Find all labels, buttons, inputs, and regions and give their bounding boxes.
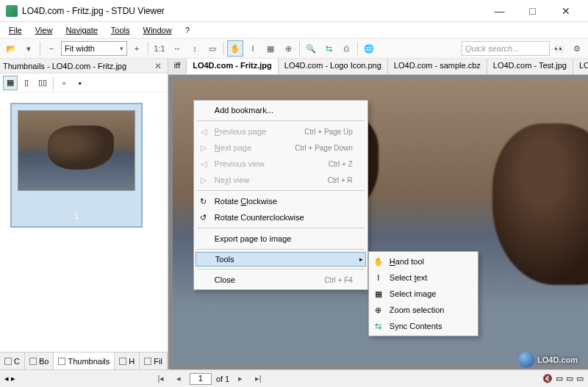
watermark: LO4D.com bbox=[518, 352, 578, 368]
settings-icon[interactable]: ⚙ bbox=[569, 40, 585, 57]
thumb-larger-icon[interactable]: ▪ bbox=[73, 76, 87, 90]
doc-tab-overflow-left[interactable]: iff bbox=[168, 59, 187, 74]
zoom-combo[interactable]: Fit width bbox=[61, 41, 127, 56]
page-navigator: |◂ ◂ 1 of 1 ▸ ▸| bbox=[154, 373, 265, 385]
sub-hand-tool[interactable]: ✋Hand tool bbox=[370, 253, 476, 270]
status-scroll-left-icon[interactable]: ◂ bbox=[4, 374, 9, 383]
doc-tab-0[interactable]: LO4D.com - Fritz.jpg bbox=[187, 59, 279, 74]
image-viewport[interactable]: Add bookmark...◁Previous pageCtrl + Page… bbox=[168, 75, 588, 369]
ctx-rotate-counterclockwise[interactable]: ↺Rotate Counterclockwise bbox=[196, 209, 366, 225]
ctx-add-bookmark-[interactable]: Add bookmark... bbox=[196, 102, 366, 118]
status-view1-icon[interactable]: ▭ bbox=[556, 374, 563, 383]
ctx-close[interactable]: CloseCtrl + F4 bbox=[196, 272, 366, 288]
app-icon bbox=[6, 5, 18, 17]
tab-files[interactable]: Fil bbox=[140, 352, 168, 369]
side-panel-close-icon[interactable]: ✕ bbox=[151, 61, 165, 71]
find-icon[interactable]: 🔍 bbox=[303, 40, 319, 57]
menu-bar: File View Navigate Tools Window ? bbox=[0, 22, 588, 38]
tools-submenu: ✋Hand toolISelect text▦Select image⊕Zoom… bbox=[368, 251, 478, 336]
doc-tab-1[interactable]: LO4D.com - Logo Icon.png bbox=[279, 59, 388, 74]
menu-help[interactable]: ? bbox=[179, 24, 196, 36]
ctx-tools[interactable]: Tools▸ bbox=[196, 252, 366, 267]
zoom-out-icon[interactable]: − bbox=[43, 40, 60, 57]
menu-tools[interactable]: Tools bbox=[105, 24, 136, 36]
ctx-next-view: ▷Next viewCtrl + R bbox=[196, 172, 366, 188]
side-panel-title: Thumbnails - LO4D.com - Fritz.jpg bbox=[3, 62, 126, 70]
hand-tool-icon[interactable]: ✋ bbox=[227, 40, 243, 57]
next-page-icon[interactable]: ▸ bbox=[234, 373, 247, 385]
web-icon[interactable]: 🌐 bbox=[361, 40, 377, 57]
status-bar: ◂ ▸ |◂ ◂ 1 of 1 ▸ ▸| 🔇 ▭ ▭ ▭ bbox=[0, 369, 588, 387]
sub-sync-contents[interactable]: ⇆Sync Contents bbox=[370, 318, 476, 334]
sync-icon[interactable]: ⇆ bbox=[320, 40, 337, 57]
close-button[interactable]: ✕ bbox=[549, 1, 582, 21]
maximize-button[interactable]: □ bbox=[516, 1, 549, 21]
ctx-previous-page: ◁Previous pageCtrl + Page Up bbox=[196, 123, 366, 140]
tab-bookmarks[interactable]: Bo bbox=[25, 352, 54, 369]
menu-navigate[interactable]: Navigate bbox=[60, 24, 103, 36]
first-page-icon[interactable]: |◂ bbox=[154, 373, 168, 385]
context-menu: Add bookmark...◁Previous pageCtrl + Page… bbox=[193, 100, 368, 290]
ctx-previous-view: ◁Previous viewCtrl + Z bbox=[196, 156, 366, 172]
thumb-grid-icon[interactable]: ▦ bbox=[3, 76, 18, 90]
status-view3-icon[interactable]: ▭ bbox=[576, 374, 584, 383]
thumbnail-item[interactable]: 1 bbox=[10, 103, 143, 228]
open-dropdown-icon[interactable]: ▾ bbox=[21, 40, 37, 57]
select-text-icon[interactable]: I bbox=[245, 40, 261, 57]
title-bar: LO4D.com - Fritz.jpg - STDU Viewer — □ ✕ bbox=[0, 0, 588, 22]
thumbnail-number: 1 bbox=[18, 191, 135, 220]
quick-search-input[interactable]: Quick search... bbox=[462, 41, 550, 56]
sub-select-text[interactable]: ISelect text bbox=[370, 270, 476, 286]
export-icon[interactable]: ⎙ bbox=[338, 40, 354, 57]
actual-size-icon[interactable]: 1:1 bbox=[151, 40, 168, 57]
status-sound-icon[interactable]: 🔇 bbox=[542, 374, 553, 383]
zoom-select-icon[interactable]: ⊕ bbox=[280, 40, 296, 57]
open-icon[interactable]: 📂 bbox=[3, 40, 19, 57]
globe-icon bbox=[518, 352, 534, 368]
main-toolbar: 📂 ▾ − Fit width + 1:1 ↔ ↕ ▭ ✋ I ▦ ⊕ 🔍 ⇆ … bbox=[0, 38, 588, 59]
status-scroll-right-icon[interactable]: ▸ bbox=[11, 374, 15, 383]
doc-tab-4[interactable]: LO bbox=[573, 59, 588, 74]
fit-width-icon[interactable]: ↔ bbox=[169, 40, 185, 57]
ctx-rotate-clockwise[interactable]: ↻Rotate Clockwise bbox=[196, 193, 366, 209]
thumb-double-icon[interactable]: ▯▯ bbox=[35, 76, 50, 90]
last-page-icon[interactable]: ▸| bbox=[251, 373, 265, 385]
side-panel: Thumbnails - LO4D.com - Fritz.jpg ✕ ▦ ▯ … bbox=[0, 59, 168, 369]
ctx-export-page-to-image[interactable]: Export page to image bbox=[196, 231, 366, 247]
tab-thumbnails[interactable]: Thumbnails bbox=[54, 352, 115, 369]
zoom-in-icon[interactable]: + bbox=[129, 40, 145, 57]
menu-file[interactable]: File bbox=[3, 24, 28, 36]
doc-tab-3[interactable]: LO4D.com - Test.jpg bbox=[487, 59, 573, 74]
ctx-next-page: ▷Next pageCtrl + Page Down bbox=[196, 140, 366, 156]
thumbnail-area: 1 bbox=[0, 93, 168, 352]
prev-page-icon[interactable]: ◂ bbox=[172, 373, 185, 385]
doc-tab-2[interactable]: LO4D.com - sample.cbz bbox=[388, 59, 487, 74]
menu-window[interactable]: Window bbox=[137, 24, 178, 36]
sub-select-image[interactable]: ▦Select image bbox=[370, 286, 476, 302]
thumb-single-icon[interactable]: ▯ bbox=[19, 76, 34, 90]
menu-view[interactable]: View bbox=[29, 24, 59, 36]
tab-contents[interactable]: C bbox=[0, 352, 25, 369]
thumb-smaller-icon[interactable]: ▫ bbox=[57, 76, 71, 90]
thumbnail-image bbox=[18, 110, 135, 191]
window-title: LO4D.com - Fritz.jpg - STDU Viewer bbox=[22, 6, 483, 16]
fit-page-icon[interactable]: ▭ bbox=[204, 40, 220, 57]
select-image-icon[interactable]: ▦ bbox=[262, 40, 279, 57]
main-area: iff LO4D.com - Fritz.jpg LO4D.com - Logo… bbox=[168, 59, 588, 369]
document-tabs: iff LO4D.com - Fritz.jpg LO4D.com - Logo… bbox=[168, 59, 588, 75]
side-panel-header: Thumbnails - LO4D.com - Fritz.jpg ✕ bbox=[0, 59, 168, 73]
thumbnail-toolbar: ▦ ▯ ▯▯ ▫ ▪ bbox=[0, 73, 168, 93]
fit-height-icon[interactable]: ↕ bbox=[187, 40, 203, 57]
binoculars-icon[interactable]: 👀 bbox=[551, 40, 567, 57]
page-number-input[interactable]: 1 bbox=[190, 373, 212, 385]
minimize-button[interactable]: — bbox=[483, 1, 516, 21]
page-total-label: of 1 bbox=[216, 375, 229, 383]
status-view2-icon[interactable]: ▭ bbox=[566, 374, 573, 383]
sub-zoom-selection[interactable]: ⊕Zoom selection bbox=[370, 302, 476, 318]
side-bottom-tabs: C Bo Thumbnails H Fil bbox=[0, 352, 168, 369]
tab-history[interactable]: H bbox=[115, 352, 140, 369]
